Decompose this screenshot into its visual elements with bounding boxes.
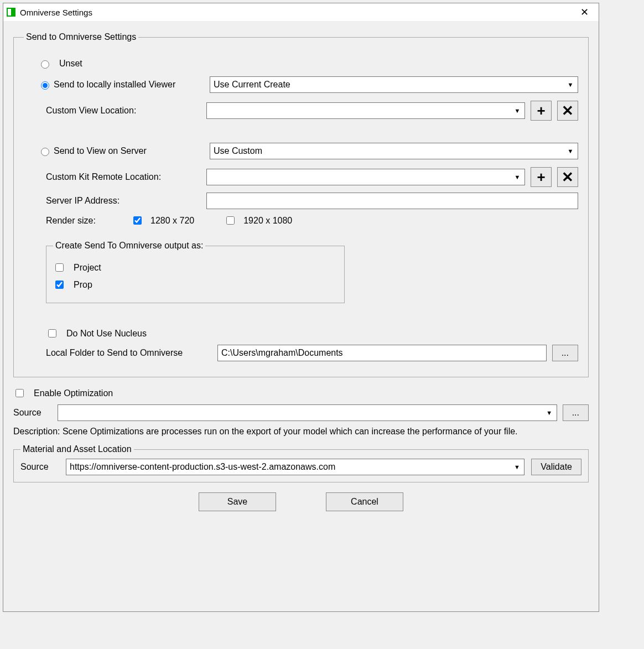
remove-view-loc-button[interactable]: ✕ (557, 101, 578, 121)
server-select-value: Use Custom (214, 146, 262, 156)
local-folder-input[interactable] (217, 345, 547, 361)
output-project-label: Project (74, 263, 101, 273)
add-kit-button[interactable]: + (531, 167, 552, 187)
send-local-label: Send to locally installed Viewer (54, 80, 175, 90)
local-folder-label: Local Folder to Send to Omniverse (46, 348, 212, 358)
ellipsis-icon: ... (562, 348, 569, 358)
send-server-radio[interactable] (41, 148, 49, 156)
server-ip-label: Server IP Address: (46, 196, 201, 206)
render-size-label: Render size: (46, 216, 118, 226)
plus-icon: + (537, 170, 545, 184)
window-body: Send to Omniverse Settings Unset Send to… (3, 21, 599, 611)
x-icon: ✕ (562, 170, 574, 184)
window-title: Omniverse Settings (20, 8, 573, 17)
render-1080-checkbox[interactable] (226, 216, 235, 225)
output-as-group: Create Send To Omniverse output as: Proj… (46, 241, 345, 303)
browse-opt-source-button[interactable]: ... (563, 404, 589, 421)
render-720-checkbox[interactable] (133, 216, 142, 225)
send-settings-legend: Send to Omniverse Settings (24, 32, 138, 42)
send-settings-group: Send to Omniverse Settings Unset Send to… (13, 32, 589, 377)
render-1080-label: 1920 x 1080 (243, 216, 292, 226)
server-select[interactable]: Use Custom ▼ (210, 143, 578, 159)
save-button[interactable]: Save (199, 492, 276, 511)
titlebar: Omniverse Settings ✕ (3, 3, 599, 21)
ellipsis-icon: ... (572, 408, 579, 418)
material-source-value: https://omniverse-content-production.s3-… (70, 462, 335, 472)
output-as-legend: Create Send To Omniverse output as: (53, 241, 205, 251)
render-720-label: 1280 x 720 (150, 216, 194, 226)
enable-optimization-label: Enable Optimization (34, 388, 113, 398)
chevron-down-icon[interactable]: ▼ (511, 170, 523, 184)
server-ip-input[interactable] (206, 193, 578, 209)
validate-button[interactable]: Validate (531, 459, 581, 475)
custom-kit-label: Custom Kit Remote Location: (46, 172, 201, 182)
output-project-checkbox[interactable] (55, 263, 64, 272)
custom-view-loc-label: Custom View Location: (46, 106, 201, 116)
material-source-label: Source (20, 462, 59, 472)
chevron-down-icon[interactable]: ▼ (543, 406, 555, 419)
custom-view-loc-combo[interactable]: ▼ (206, 102, 525, 119)
output-prop-label: Prop (74, 280, 92, 290)
unset-radio[interactable] (41, 60, 49, 69)
local-viewer-select[interactable]: Use Current Create ▼ (210, 76, 578, 93)
output-prop-checkbox[interactable] (55, 281, 64, 289)
cancel-button[interactable]: Cancel (326, 492, 403, 511)
chevron-down-icon[interactable]: ▼ (564, 144, 577, 158)
opt-source-select[interactable]: ▼ (58, 404, 557, 421)
custom-kit-combo[interactable]: ▼ (206, 169, 525, 185)
local-viewer-value: Use Current Create (214, 80, 290, 90)
material-source-select[interactable]: https://omniverse-content-production.s3-… (66, 459, 524, 475)
add-view-loc-button[interactable]: + (531, 101, 552, 121)
remove-kit-button[interactable]: ✕ (557, 167, 578, 187)
close-icon[interactable]: ✕ (573, 4, 595, 20)
unset-label: Unset (59, 59, 82, 69)
material-legend: Material and Asset Location (20, 444, 134, 454)
chevron-down-icon[interactable]: ▼ (511, 460, 523, 474)
chevron-down-icon[interactable]: ▼ (511, 104, 523, 117)
app-icon (7, 8, 15, 17)
send-local-radio[interactable] (41, 81, 49, 90)
send-server-label: Send to View on Server (54, 146, 147, 156)
plus-icon: + (537, 103, 545, 118)
browse-local-folder-button[interactable]: ... (552, 345, 578, 361)
opt-source-label: Source (13, 408, 52, 418)
material-group: Material and Asset Location Source https… (13, 444, 589, 482)
no-nucleus-checkbox[interactable] (48, 329, 56, 338)
optimization-description: Description: Scene Optimizations are pro… (13, 427, 589, 437)
x-icon: ✕ (562, 103, 574, 118)
chevron-down-icon[interactable]: ▼ (564, 78, 577, 91)
no-nucleus-label: Do Not Use Nucleus (66, 329, 147, 339)
settings-window: Omniverse Settings ✕ Send to Omniverse S… (3, 3, 599, 612)
enable-optimization-checkbox[interactable] (15, 389, 24, 397)
